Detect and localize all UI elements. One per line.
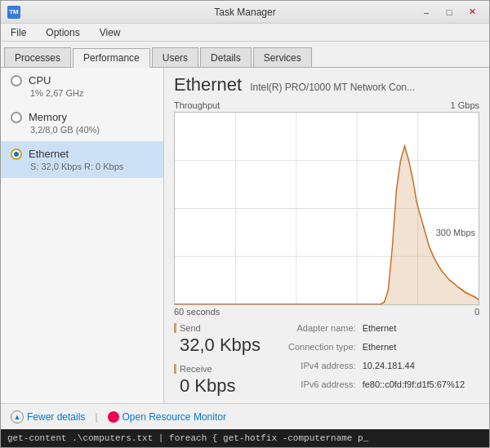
ipv4-key: IPv4 address: — [274, 361, 356, 378]
tab-bar: Processes Performance Users Details Serv… — [1, 42, 489, 68]
ethernet-title: Ethernet — [174, 74, 242, 95]
cpu-radio — [11, 75, 22, 86]
maximize-button[interactable]: □ — [439, 5, 460, 20]
send-label: Send — [174, 323, 261, 333]
tab-users[interactable]: Users — [152, 47, 198, 67]
ethernet-subtitle: Intel(R) PRO/1000 MT Network Con... — [250, 82, 415, 93]
window-controls: – □ ✕ — [416, 5, 483, 20]
mid-mbps-label: 300 Mbps — [436, 228, 475, 237]
separator: | — [95, 411, 97, 423]
left-item-cpu[interactable]: CPU 1% 2,67 GHz — [1, 68, 163, 104]
ethernet-sub: S: 32,0 Kbps R: 0 Kbps — [11, 162, 154, 171]
ethernet-radio — [11, 149, 22, 160]
adapter-val: Ethernet — [363, 323, 479, 340]
conn-key: Connection type: — [274, 342, 356, 359]
cmd-bar: get-content .\computers.txt | foreach { … — [1, 429, 489, 447]
close-button[interactable]: ✕ — [461, 5, 483, 20]
ethernet-header: Ethernet Intel(R) PRO/1000 MT Network Co… — [174, 74, 479, 95]
memory-radio — [11, 112, 22, 123]
svg-marker-7 — [175, 146, 479, 304]
left-item-memory[interactable]: Memory 3,2/8,0 GB (40%) — [1, 104, 163, 141]
minimize-button[interactable]: – — [416, 5, 437, 20]
ipv6-key: IPv6 address: — [274, 379, 356, 397]
max-gbps-label: 1 Gbps — [451, 100, 479, 110]
send-block: Send 32,0 Kbps — [174, 323, 261, 356]
chart-labels-top: Throughput 1 Gbps — [174, 100, 479, 110]
send-value: 32,0 Kbps — [174, 335, 261, 356]
monitor-icon — [108, 411, 119, 423]
receive-block: Receive 0 Kbps — [174, 364, 261, 397]
throughput-chart — [175, 113, 479, 304]
menu-file[interactable]: File — [4, 25, 33, 40]
left-item-ethernet[interactable]: Ethernet S: 32,0 Kbps R: 0 Kbps — [1, 141, 163, 178]
menu-options[interactable]: Options — [39, 25, 86, 40]
monitor-label: Open Resource Monitor — [122, 411, 226, 423]
ipv4-val: 10.24.181.44 — [363, 361, 479, 378]
tab-performance[interactable]: Performance — [73, 48, 150, 68]
content-area: CPU 1% 2,67 GHz Memory 3,2/8,0 GB (40%) … — [1, 68, 489, 403]
memory-label: Memory — [29, 111, 67, 123]
tab-processes[interactable]: Processes — [4, 47, 71, 67]
chart-labels-bottom: 60 seconds 0 — [174, 307, 479, 317]
ethernet-label: Ethernet — [29, 148, 69, 160]
receive-value: 0 Kbps — [174, 375, 261, 397]
fewer-details-label: Fewer details — [27, 411, 85, 423]
adapter-key: Adapter name: — [274, 323, 356, 340]
menu-view[interactable]: View — [93, 25, 127, 40]
tab-details[interactable]: Details — [200, 47, 252, 67]
zero-label: 0 — [474, 307, 479, 317]
tab-services[interactable]: Services — [253, 47, 312, 67]
memory-sub: 3,2/8,0 GB (40%) — [11, 125, 154, 135]
left-panel: CPU 1% 2,67 GHz Memory 3,2/8,0 GB (40%) … — [1, 68, 164, 403]
app-icon: TM — [7, 6, 20, 19]
fewer-details-link[interactable]: ▲ Fewer details — [11, 410, 85, 424]
menu-bar: File Options View — [1, 24, 489, 42]
chevron-up-icon: ▲ — [11, 410, 24, 424]
receive-label: Receive — [174, 364, 261, 374]
conn-val: Ethernet — [363, 342, 479, 359]
title-bar-left: TM — [7, 6, 20, 19]
main-window: TM Task Manager – □ ✕ File Options View … — [0, 0, 490, 448]
stats-area: Send 32,0 Kbps Receive 0 Kbps Adapter na… — [174, 323, 479, 397]
title-bar: TM Task Manager – □ ✕ — [1, 1, 489, 24]
open-monitor-link[interactable]: Open Resource Monitor — [108, 411, 226, 423]
cpu-sub: 1% 2,67 GHz — [11, 88, 154, 98]
bottom-bar: ▲ Fewer details | Open Resource Monitor — [1, 403, 489, 429]
info-table: Adapter name: Ethernet Connection type: … — [274, 323, 479, 397]
cmd-text: get-content .\computers.txt | foreach { … — [7, 433, 368, 443]
time-label: 60 seconds — [174, 307, 220, 317]
cpu-label: CPU — [29, 74, 51, 86]
ipv6-val: fe80::c0fd:f9f:d1f5:67%12 — [363, 379, 479, 397]
throughput-label: Throughput — [174, 100, 220, 110]
right-panel: Ethernet Intel(R) PRO/1000 MT Network Co… — [164, 68, 489, 403]
window-title: Task Manager — [214, 7, 275, 18]
chart-container: 300 Mbps — [174, 112, 479, 305]
